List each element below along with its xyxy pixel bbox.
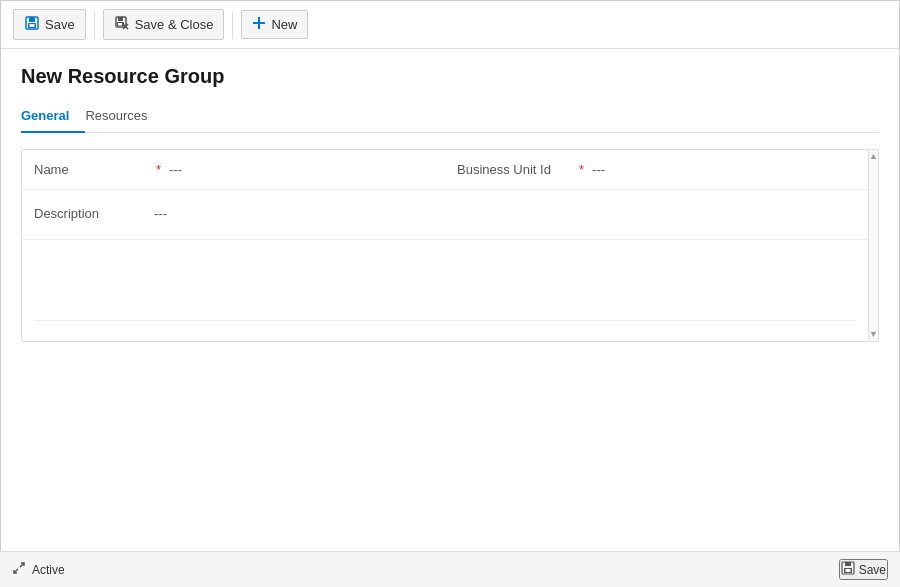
page-title: New Resource Group <box>21 65 879 88</box>
form-section: Name * --- Business Unit Id * --- Descri… <box>21 149 869 342</box>
new-icon <box>252 16 266 33</box>
form-row-2: Description --- <box>22 190 868 240</box>
save-icon <box>24 15 40 34</box>
description-label: Description <box>34 206 154 221</box>
svg-rect-3 <box>30 24 35 27</box>
status-save-label: Save <box>859 563 886 577</box>
svg-rect-5 <box>118 17 123 21</box>
form-cell-empty <box>445 198 868 214</box>
form-cell-business-unit: Business Unit Id * --- <box>445 154 868 185</box>
name-label: Name <box>34 162 154 177</box>
new-button[interactable]: New <box>241 10 308 39</box>
status-save-button[interactable]: Save <box>839 559 888 580</box>
business-unit-label: Business Unit Id <box>457 162 577 177</box>
svg-rect-17 <box>845 569 850 572</box>
tabs: General Resources <box>21 100 879 133</box>
form-spacer <box>22 240 868 320</box>
status-left: Active <box>12 561 65 578</box>
form-cell-description: Description --- <box>22 198 445 229</box>
svg-rect-15 <box>845 562 851 566</box>
form-cell-name: Name * --- <box>22 154 445 185</box>
tab-general[interactable]: General <box>21 100 85 133</box>
status-label: Active <box>32 563 65 577</box>
toolbar: Save Save & Close New <box>1 1 899 49</box>
svg-rect-7 <box>118 23 122 26</box>
name-value[interactable]: --- <box>169 162 182 177</box>
expand-icon[interactable] <box>12 561 26 578</box>
status-bar: Active Save <box>0 551 900 587</box>
name-required: * <box>156 162 161 177</box>
page-content: New Resource Group General Resources Nam… <box>1 49 899 552</box>
scroll-up-arrow[interactable]: ▲ <box>869 152 878 161</box>
status-right: Save <box>839 559 888 580</box>
business-unit-value[interactable]: --- <box>592 162 605 177</box>
form-row-1: Name * --- Business Unit Id * --- <box>22 150 868 190</box>
toolbar-separator-2 <box>232 11 233 39</box>
business-unit-required: * <box>579 162 584 177</box>
form-scrollbar[interactable]: ▲ ▼ <box>869 149 879 342</box>
save-label: Save <box>45 17 75 32</box>
save-close-button[interactable]: Save & Close <box>103 9 225 40</box>
status-save-icon <box>841 561 855 578</box>
scroll-down-arrow[interactable]: ▼ <box>869 330 878 339</box>
new-label: New <box>271 17 297 32</box>
save-close-label: Save & Close <box>135 17 214 32</box>
svg-rect-1 <box>29 17 35 22</box>
save-close-icon <box>114 15 130 34</box>
save-button[interactable]: Save <box>13 9 86 40</box>
form-wrapper: Name * --- Business Unit Id * --- Descri… <box>21 149 879 342</box>
tab-resources[interactable]: Resources <box>85 100 163 133</box>
form-bottom-padding <box>22 321 868 341</box>
toolbar-separator-1 <box>94 11 95 39</box>
description-value[interactable]: --- <box>154 206 167 221</box>
